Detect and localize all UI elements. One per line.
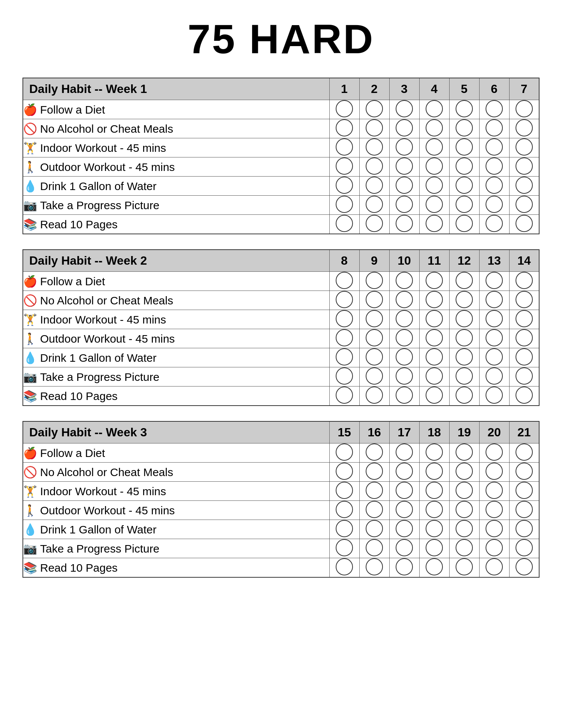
week-2-habit-2-day-14-checkbox[interactable]: [509, 291, 539, 310]
week-1-habit-7-day-6-checkbox[interactable]: [479, 215, 509, 234]
week-2-habit-3-day-10-checkbox[interactable]: [389, 310, 419, 329]
week-1-habit-1-day-1-checkbox[interactable]: [329, 100, 359, 119]
week-1-habit-1-day-7-checkbox[interactable]: [509, 100, 539, 119]
week-1-habit-5-day-5-checkbox[interactable]: [449, 177, 479, 196]
week-1-habit-2-day-1-checkbox[interactable]: [329, 119, 359, 138]
week-3-habit-3-day-21-checkbox[interactable]: [509, 482, 539, 501]
week-2-habit-4-day-8-checkbox[interactable]: [329, 329, 359, 348]
week-2-habit-1-day-13-checkbox[interactable]: [479, 272, 509, 291]
week-2-habit-6-day-8-checkbox[interactable]: [329, 367, 359, 386]
week-3-habit-4-day-19-checkbox[interactable]: [449, 501, 479, 520]
week-3-habit-4-day-15-checkbox[interactable]: [329, 501, 359, 520]
week-3-habit-5-day-20-checkbox[interactable]: [479, 520, 509, 539]
week-2-habit-2-day-11-checkbox[interactable]: [419, 291, 449, 310]
week-3-habit-6-day-21-checkbox[interactable]: [509, 539, 539, 558]
week-1-habit-2-day-2-checkbox[interactable]: [359, 119, 389, 138]
week-1-habit-6-day-1-checkbox[interactable]: [329, 196, 359, 215]
week-1-habit-7-day-4-checkbox[interactable]: [419, 215, 449, 234]
week-3-habit-3-day-15-checkbox[interactable]: [329, 482, 359, 501]
week-3-habit-2-day-15-checkbox[interactable]: [329, 463, 359, 482]
week-1-habit-1-day-2-checkbox[interactable]: [359, 100, 389, 119]
week-2-habit-7-day-13-checkbox[interactable]: [479, 386, 509, 406]
week-1-habit-5-day-4-checkbox[interactable]: [419, 177, 449, 196]
week-1-habit-2-day-4-checkbox[interactable]: [419, 119, 449, 138]
week-3-habit-2-day-20-checkbox[interactable]: [479, 463, 509, 482]
week-3-habit-4-day-17-checkbox[interactable]: [389, 501, 419, 520]
week-2-habit-4-day-11-checkbox[interactable]: [419, 329, 449, 348]
week-3-habit-1-day-21-checkbox[interactable]: [509, 443, 539, 463]
week-3-habit-5-day-19-checkbox[interactable]: [449, 520, 479, 539]
week-2-habit-4-day-12-checkbox[interactable]: [449, 329, 479, 348]
week-2-habit-5-day-12-checkbox[interactable]: [449, 348, 479, 367]
week-2-habit-5-day-14-checkbox[interactable]: [509, 348, 539, 367]
week-3-habit-6-day-16-checkbox[interactable]: [359, 539, 389, 558]
week-2-habit-3-day-8-checkbox[interactable]: [329, 310, 359, 329]
week-1-habit-2-day-7-checkbox[interactable]: [509, 119, 539, 138]
week-3-habit-1-day-17-checkbox[interactable]: [389, 443, 419, 463]
week-3-habit-7-day-19-checkbox[interactable]: [449, 558, 479, 578]
week-2-habit-1-day-14-checkbox[interactable]: [509, 272, 539, 291]
week-2-habit-1-day-12-checkbox[interactable]: [449, 272, 479, 291]
week-1-habit-3-day-4-checkbox[interactable]: [419, 138, 449, 157]
week-2-habit-3-day-12-checkbox[interactable]: [449, 310, 479, 329]
week-3-habit-1-day-16-checkbox[interactable]: [359, 443, 389, 463]
week-3-habit-2-day-21-checkbox[interactable]: [509, 463, 539, 482]
week-2-habit-1-day-11-checkbox[interactable]: [419, 272, 449, 291]
week-1-habit-5-day-3-checkbox[interactable]: [389, 177, 419, 196]
week-1-habit-4-day-7-checkbox[interactable]: [509, 157, 539, 177]
week-3-habit-1-day-15-checkbox[interactable]: [329, 443, 359, 463]
week-1-habit-3-day-5-checkbox[interactable]: [449, 138, 479, 157]
week-1-habit-4-day-5-checkbox[interactable]: [449, 157, 479, 177]
week-2-habit-6-day-14-checkbox[interactable]: [509, 367, 539, 386]
week-2-habit-7-day-9-checkbox[interactable]: [359, 386, 389, 406]
week-1-habit-3-day-1-checkbox[interactable]: [329, 138, 359, 157]
week-2-habit-3-day-14-checkbox[interactable]: [509, 310, 539, 329]
week-1-habit-6-day-5-checkbox[interactable]: [449, 196, 479, 215]
week-1-habit-6-day-6-checkbox[interactable]: [479, 196, 509, 215]
week-2-habit-4-day-10-checkbox[interactable]: [389, 329, 419, 348]
week-2-habit-6-day-12-checkbox[interactable]: [449, 367, 479, 386]
week-2-habit-5-day-10-checkbox[interactable]: [389, 348, 419, 367]
week-1-habit-2-day-3-checkbox[interactable]: [389, 119, 419, 138]
week-2-habit-2-day-10-checkbox[interactable]: [389, 291, 419, 310]
week-1-habit-3-day-2-checkbox[interactable]: [359, 138, 389, 157]
week-3-habit-2-day-19-checkbox[interactable]: [449, 463, 479, 482]
week-3-habit-6-day-19-checkbox[interactable]: [449, 539, 479, 558]
week-2-habit-2-day-12-checkbox[interactable]: [449, 291, 479, 310]
week-2-habit-1-day-8-checkbox[interactable]: [329, 272, 359, 291]
week-2-habit-5-day-13-checkbox[interactable]: [479, 348, 509, 367]
week-3-habit-7-day-15-checkbox[interactable]: [329, 558, 359, 578]
week-1-habit-4-day-3-checkbox[interactable]: [389, 157, 419, 177]
week-2-habit-5-day-9-checkbox[interactable]: [359, 348, 389, 367]
week-3-habit-5-day-15-checkbox[interactable]: [329, 520, 359, 539]
week-2-habit-7-day-14-checkbox[interactable]: [509, 386, 539, 406]
week-2-habit-6-day-9-checkbox[interactable]: [359, 367, 389, 386]
week-2-habit-4-day-9-checkbox[interactable]: [359, 329, 389, 348]
week-1-habit-7-day-7-checkbox[interactable]: [509, 215, 539, 234]
week-1-habit-5-day-1-checkbox[interactable]: [329, 177, 359, 196]
week-3-habit-7-day-20-checkbox[interactable]: [479, 558, 509, 578]
week-3-habit-7-day-17-checkbox[interactable]: [389, 558, 419, 578]
week-3-habit-1-day-20-checkbox[interactable]: [479, 443, 509, 463]
week-1-habit-6-day-7-checkbox[interactable]: [509, 196, 539, 215]
week-1-habit-7-day-3-checkbox[interactable]: [389, 215, 419, 234]
week-1-habit-7-day-2-checkbox[interactable]: [359, 215, 389, 234]
week-1-habit-1-day-4-checkbox[interactable]: [419, 100, 449, 119]
week-1-habit-6-day-2-checkbox[interactable]: [359, 196, 389, 215]
week-1-habit-2-day-6-checkbox[interactable]: [479, 119, 509, 138]
week-2-habit-7-day-10-checkbox[interactable]: [389, 386, 419, 406]
week-1-habit-5-day-6-checkbox[interactable]: [479, 177, 509, 196]
week-1-habit-5-day-7-checkbox[interactable]: [509, 177, 539, 196]
week-3-habit-4-day-21-checkbox[interactable]: [509, 501, 539, 520]
week-3-habit-3-day-18-checkbox[interactable]: [419, 482, 449, 501]
week-1-habit-1-day-6-checkbox[interactable]: [479, 100, 509, 119]
week-1-habit-7-day-5-checkbox[interactable]: [449, 215, 479, 234]
week-2-habit-6-day-10-checkbox[interactable]: [389, 367, 419, 386]
week-2-habit-2-day-13-checkbox[interactable]: [479, 291, 509, 310]
week-3-habit-4-day-16-checkbox[interactable]: [359, 501, 389, 520]
week-2-habit-6-day-11-checkbox[interactable]: [419, 367, 449, 386]
week-1-habit-4-day-6-checkbox[interactable]: [479, 157, 509, 177]
week-3-habit-2-day-18-checkbox[interactable]: [419, 463, 449, 482]
week-3-habit-4-day-20-checkbox[interactable]: [479, 501, 509, 520]
week-2-habit-1-day-10-checkbox[interactable]: [389, 272, 419, 291]
